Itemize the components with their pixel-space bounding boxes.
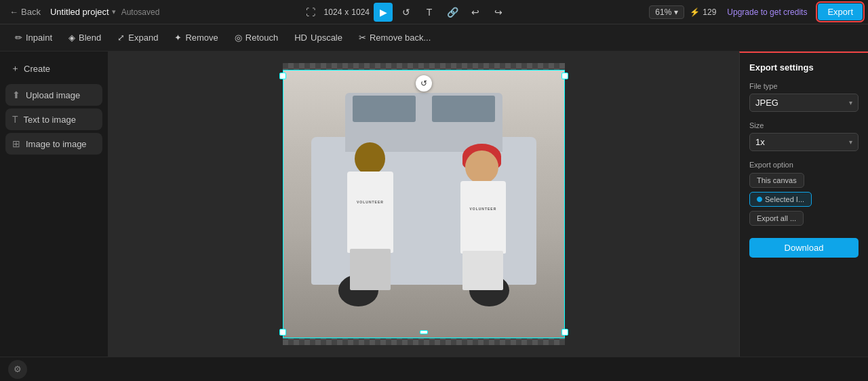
person-right-head <box>465 151 498 184</box>
toolbar-remove[interactable]: ✦ Remove <box>167 30 224 45</box>
export-option-field: Export option This canvas Selected I... … <box>749 161 859 226</box>
person-left-legs <box>350 249 391 290</box>
back-button[interactable]: ← Back <box>5 4 45 20</box>
toolbar-expand[interactable]: ⤢ Expand <box>111 30 165 45</box>
selected-radio-icon <box>757 197 762 202</box>
person-right: VOLUNTEER <box>458 151 509 290</box>
file-type-field: File type JPEG ▾ <box>749 82 859 112</box>
settings-button[interactable]: ⚙ <box>8 360 27 379</box>
topbar-left: ← Back Untitled project ▾ Autosaved <box>5 4 159 20</box>
image-to-image-icon: ⊞ <box>12 138 20 149</box>
main: ＋ Create ⬆ Upload image T Text to image … <box>0 52 868 357</box>
person-left-body: VOLUNTEER <box>347 172 393 253</box>
remove-back-label: Remove back... <box>370 33 431 43</box>
upscale-icon: HD <box>294 33 307 43</box>
text-icon: T <box>12 114 18 125</box>
topbar-right: 61% ▾ ⚡ 129 Upgrade to get credits Expor… <box>649 3 863 20</box>
create-label: Create <box>24 64 50 74</box>
export-panel-title: Export settings <box>749 62 859 73</box>
selected-label: Selected I... <box>765 195 804 203</box>
undo-icon[interactable]: ↩ <box>466 3 485 22</box>
text-to-image-label: Text to image <box>24 115 76 125</box>
image-to-image-label: Image to image <box>26 139 87 149</box>
export-button[interactable]: Export <box>818 3 863 20</box>
upload-icon: ⬆ <box>12 89 20 100</box>
size-value: 1x <box>755 137 765 147</box>
size-label: Size <box>749 121 859 129</box>
remove-label: Remove <box>185 33 218 43</box>
upscale-label: Upscale <box>311 33 342 43</box>
retouch-label: Retouch <box>245 33 278 43</box>
back-arrow-icon: ← <box>9 7 18 17</box>
project-name[interactable]: Untitled project ▾ <box>50 7 116 17</box>
retouch-icon: ◎ <box>235 33 242 43</box>
person-left: VOLUNTEER <box>345 142 396 290</box>
person-right-body: VOLUNTEER <box>460 181 506 254</box>
expand-label: Expand <box>128 33 158 43</box>
toolbar-retouch[interactable]: ◎ Retouch <box>228 30 285 45</box>
chevron-down-icon: ▾ <box>112 7 116 16</box>
project-title: Untitled project <box>50 7 109 17</box>
person-left-head <box>355 142 385 175</box>
credits-button[interactable]: ⚡ 129 <box>690 7 716 17</box>
zoom-chevron-icon: ▾ <box>674 7 678 17</box>
remove-back-icon: ✂ <box>359 33 366 43</box>
credits-count: 129 <box>703 7 716 17</box>
canvas-width: 1024 <box>324 7 342 17</box>
file-type-chevron-icon: ▾ <box>849 99 852 106</box>
statusbar: ⚙ <box>0 357 868 381</box>
autosaved-label: Autosaved <box>121 7 160 17</box>
text-tool-icon[interactable]: T <box>420 3 439 22</box>
blend-icon: ◈ <box>68 33 75 43</box>
volunteer-text-left: VOLUNTEER <box>357 200 384 204</box>
play-icon[interactable]: ▶ <box>374 3 393 22</box>
sidebar-item-text-to-image[interactable]: T Text to image <box>5 108 102 130</box>
canvas-height: 1024 <box>351 7 370 17</box>
canvas-area[interactable]: VOLUNTEER VOLUNTEER <box>108 52 739 357</box>
canvas-x-sep: x <box>344 7 349 17</box>
file-type-select[interactable]: JPEG ▾ <box>749 94 859 112</box>
size-field: Size 1x ▾ <box>749 121 859 151</box>
file-type-label: File type <box>749 82 859 90</box>
file-type-value: JPEG <box>755 98 778 108</box>
toolbar-blend[interactable]: ◈ Blend <box>62 30 108 45</box>
canvas-refresh-button[interactable]: ↺ <box>416 75 432 92</box>
sidebar: ＋ Create ⬆ Upload image T Text to image … <box>0 52 108 357</box>
canvas-size: 1024 x 1024 <box>324 7 370 17</box>
this-canvas-button[interactable]: This canvas <box>749 173 804 188</box>
upload-image-label: Upload image <box>26 90 80 100</box>
sidebar-create-button[interactable]: ＋ Create <box>5 58 102 79</box>
person-right-legs <box>462 251 503 290</box>
sidebar-item-upload-image[interactable]: ⬆ Upload image <box>5 84 102 106</box>
export-panel: Export settings File type JPEG ▾ Size 1x… <box>739 52 868 357</box>
toolbar-upscale[interactable]: HD Upscale <box>288 30 349 45</box>
download-button[interactable]: Download <box>749 238 859 258</box>
link-icon[interactable]: 🔗 <box>443 3 462 22</box>
export-all-button[interactable]: Export all ... <box>749 211 804 226</box>
selected-image-button[interactable]: Selected I... <box>749 192 812 207</box>
toolbar-remove-back[interactable]: ✂ Remove back... <box>352 30 437 45</box>
export-all-label: Export all ... <box>757 214 796 222</box>
sidebar-item-image-to-image[interactable]: ⊞ Image to image <box>5 133 102 155</box>
topbar-center: ⛶ 1024 x 1024 ▶ ↺ T 🔗 ↩ ↪ <box>301 3 508 22</box>
people-scene: VOLUNTEER VOLUNTEER <box>283 70 565 338</box>
size-chevron-icon: ▾ <box>849 138 852 146</box>
van-window-left <box>353 96 416 122</box>
refresh-icon[interactable]: ↺ <box>397 3 416 22</box>
van-window-right <box>432 96 495 122</box>
blend-label: Blend <box>79 33 101 43</box>
toolbar-inpaint[interactable]: ✏ Inpaint <box>8 30 59 45</box>
upgrade-button[interactable]: Upgrade to get credits <box>722 5 812 20</box>
fullscreen-icon[interactable]: ⛶ <box>301 3 320 22</box>
toolbar: ✏ Inpaint ◈ Blend ⤢ Expand ✦ Remove ◎ Re… <box>0 24 868 52</box>
inpaint-label: Inpaint <box>26 33 52 43</box>
this-canvas-label: This canvas <box>757 176 797 184</box>
redo-icon[interactable]: ↪ <box>489 3 508 22</box>
canvas-image: VOLUNTEER VOLUNTEER <box>283 70 565 338</box>
settings-icon: ⚙ <box>14 364 22 374</box>
zoom-control[interactable]: 61% ▾ <box>649 5 684 19</box>
expand-icon: ⤢ <box>117 33 125 43</box>
export-option-buttons: This canvas Selected I... <box>749 173 859 207</box>
size-select[interactable]: 1x ▾ <box>749 133 859 151</box>
back-label: Back <box>21 7 41 17</box>
